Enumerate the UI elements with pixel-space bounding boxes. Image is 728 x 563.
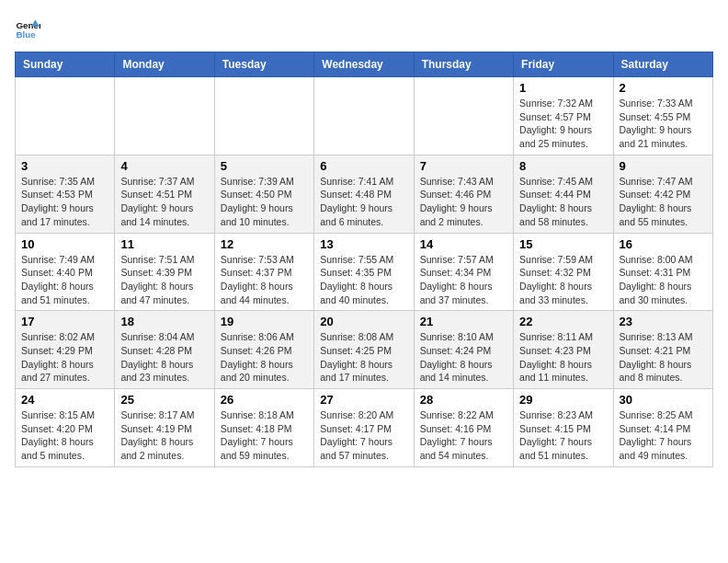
day-info: Sunrise: 7:57 AM Sunset: 4:34 PM Dayligh…	[420, 253, 507, 307]
day-info: Sunrise: 8:23 AM Sunset: 4:15 PM Dayligh…	[519, 408, 607, 463]
day-info: Sunrise: 7:35 AM Sunset: 4:53 PM Dayligh…	[21, 175, 108, 229]
calendar-cell: 23Sunrise: 8:13 AM Sunset: 4:21 PM Dayli…	[613, 311, 712, 389]
day-number: 27	[320, 393, 407, 407]
day-number: 22	[519, 315, 607, 328]
day-info: Sunrise: 7:32 AM Sunset: 4:57 PM Dayligh…	[519, 97, 607, 151]
calendar-cell: 30Sunrise: 8:25 AM Sunset: 4:14 PM Dayli…	[613, 389, 712, 467]
calendar-cell: 16Sunrise: 8:00 AM Sunset: 4:31 PM Dayli…	[613, 233, 712, 311]
calendar-week-4: 17Sunrise: 8:02 AM Sunset: 4:29 PM Dayli…	[16, 311, 713, 389]
calendar-cell: 5Sunrise: 7:39 AM Sunset: 4:50 PM Daylig…	[214, 155, 313, 233]
calendar-cell: 27Sunrise: 8:20 AM Sunset: 4:17 PM Dayli…	[314, 389, 414, 467]
day-info: Sunrise: 7:55 AM Sunset: 4:35 PM Dayligh…	[320, 253, 407, 307]
day-number: 13	[320, 237, 407, 251]
day-number: 24	[21, 393, 108, 407]
calendar-cell: 1Sunrise: 7:32 AM Sunset: 4:57 PM Daylig…	[514, 77, 613, 155]
calendar-cell	[414, 77, 513, 155]
day-info: Sunrise: 7:45 AM Sunset: 4:44 PM Dayligh…	[519, 175, 607, 229]
calendar-cell: 6Sunrise: 7:41 AM Sunset: 4:48 PM Daylig…	[314, 155, 414, 233]
day-number: 3	[21, 159, 108, 173]
day-number: 20	[320, 315, 407, 328]
day-info: Sunrise: 7:49 AM Sunset: 4:40 PM Dayligh…	[21, 253, 108, 307]
day-info: Sunrise: 7:47 AM Sunset: 4:42 PM Dayligh…	[620, 175, 707, 229]
logo-icon: General Blue	[15, 15, 40, 40]
day-number: 10	[21, 237, 108, 251]
day-info: Sunrise: 8:17 AM Sunset: 4:19 PM Dayligh…	[120, 408, 208, 463]
calendar-week-1: 1Sunrise: 7:32 AM Sunset: 4:57 PM Daylig…	[16, 77, 713, 155]
calendar-cell	[115, 77, 214, 155]
day-number: 16	[620, 237, 707, 251]
day-info: Sunrise: 7:53 AM Sunset: 4:37 PM Dayligh…	[221, 253, 308, 307]
day-info: Sunrise: 8:02 AM Sunset: 4:29 PM Dayligh…	[21, 330, 108, 385]
calendar-week-3: 10Sunrise: 7:49 AM Sunset: 4:40 PM Dayli…	[16, 233, 713, 311]
day-number: 14	[420, 237, 507, 251]
day-info: Sunrise: 7:39 AM Sunset: 4:50 PM Dayligh…	[221, 175, 308, 229]
day-info: Sunrise: 8:11 AM Sunset: 4:23 PM Dayligh…	[519, 330, 607, 385]
calendar-cell	[16, 77, 115, 155]
svg-text:Blue: Blue	[16, 29, 36, 40]
calendar-cell	[214, 77, 313, 155]
day-info: Sunrise: 8:22 AM Sunset: 4:16 PM Dayligh…	[420, 408, 507, 463]
day-number: 30	[620, 393, 707, 407]
calendar-cell: 3Sunrise: 7:35 AM Sunset: 4:53 PM Daylig…	[16, 155, 115, 233]
calendar-table: SundayMondayTuesdayWednesdayThursdayFrid…	[15, 52, 713, 467]
calendar-cell: 14Sunrise: 7:57 AM Sunset: 4:34 PM Dayli…	[414, 233, 513, 311]
day-number: 15	[519, 237, 607, 251]
day-number: 5	[221, 159, 308, 173]
calendar-cell: 2Sunrise: 7:33 AM Sunset: 4:55 PM Daylig…	[613, 77, 712, 155]
calendar-header-row: SundayMondayTuesdayWednesdayThursdayFrid…	[16, 52, 713, 77]
day-number: 12	[221, 237, 308, 251]
calendar-cell: 15Sunrise: 7:59 AM Sunset: 4:32 PM Dayli…	[514, 233, 613, 311]
weekday-header-sunday: Sunday	[16, 52, 115, 77]
calendar-week-5: 24Sunrise: 8:15 AM Sunset: 4:20 PM Dayli…	[16, 389, 713, 467]
day-number: 18	[120, 315, 208, 328]
day-number: 6	[320, 159, 407, 173]
day-number: 19	[221, 315, 308, 328]
calendar-cell: 22Sunrise: 8:11 AM Sunset: 4:23 PM Dayli…	[514, 311, 613, 389]
day-number: 28	[420, 393, 507, 407]
day-info: Sunrise: 8:08 AM Sunset: 4:25 PM Dayligh…	[320, 330, 407, 385]
weekday-header-wednesday: Wednesday	[314, 52, 414, 77]
calendar-cell: 25Sunrise: 8:17 AM Sunset: 4:19 PM Dayli…	[115, 389, 214, 467]
day-number: 17	[21, 315, 108, 328]
calendar-cell: 11Sunrise: 7:51 AM Sunset: 4:39 PM Dayli…	[115, 233, 214, 311]
day-info: Sunrise: 8:15 AM Sunset: 4:20 PM Dayligh…	[21, 408, 108, 463]
day-info: Sunrise: 7:37 AM Sunset: 4:51 PM Dayligh…	[120, 175, 208, 229]
day-info: Sunrise: 7:59 AM Sunset: 4:32 PM Dayligh…	[519, 253, 607, 307]
day-number: 1	[519, 81, 607, 95]
day-number: 29	[519, 393, 607, 407]
calendar-cell: 9Sunrise: 7:47 AM Sunset: 4:42 PM Daylig…	[613, 155, 712, 233]
day-number: 7	[420, 159, 507, 173]
page-header: General Blue	[15, 15, 713, 40]
calendar-week-2: 3Sunrise: 7:35 AM Sunset: 4:53 PM Daylig…	[16, 155, 713, 233]
calendar-cell: 26Sunrise: 8:18 AM Sunset: 4:18 PM Dayli…	[214, 389, 313, 467]
weekday-header-saturday: Saturday	[613, 52, 712, 77]
calendar-cell: 21Sunrise: 8:10 AM Sunset: 4:24 PM Dayli…	[414, 311, 513, 389]
calendar-cell: 18Sunrise: 8:04 AM Sunset: 4:28 PM Dayli…	[115, 311, 214, 389]
day-info: Sunrise: 7:43 AM Sunset: 4:46 PM Dayligh…	[420, 175, 507, 229]
logo: General Blue	[15, 15, 44, 40]
calendar-cell: 12Sunrise: 7:53 AM Sunset: 4:37 PM Dayli…	[214, 233, 313, 311]
day-number: 9	[620, 159, 707, 173]
day-number: 23	[620, 315, 707, 328]
day-info: Sunrise: 8:04 AM Sunset: 4:28 PM Dayligh…	[120, 330, 208, 385]
weekday-header-tuesday: Tuesday	[214, 52, 313, 77]
day-info: Sunrise: 7:33 AM Sunset: 4:55 PM Dayligh…	[620, 97, 707, 151]
calendar-cell: 10Sunrise: 7:49 AM Sunset: 4:40 PM Dayli…	[16, 233, 115, 311]
day-info: Sunrise: 8:00 AM Sunset: 4:31 PM Dayligh…	[620, 253, 707, 307]
day-info: Sunrise: 8:18 AM Sunset: 4:18 PM Dayligh…	[221, 408, 308, 463]
calendar-cell: 24Sunrise: 8:15 AM Sunset: 4:20 PM Dayli…	[16, 389, 115, 467]
weekday-header-monday: Monday	[115, 52, 214, 77]
day-info: Sunrise: 7:51 AM Sunset: 4:39 PM Dayligh…	[120, 253, 208, 307]
calendar-cell	[314, 77, 414, 155]
calendar-cell: 4Sunrise: 7:37 AM Sunset: 4:51 PM Daylig…	[115, 155, 214, 233]
day-number: 8	[519, 159, 607, 173]
day-info: Sunrise: 8:10 AM Sunset: 4:24 PM Dayligh…	[420, 330, 507, 385]
calendar-cell: 13Sunrise: 7:55 AM Sunset: 4:35 PM Dayli…	[314, 233, 414, 311]
day-info: Sunrise: 8:13 AM Sunset: 4:21 PM Dayligh…	[620, 330, 707, 385]
day-info: Sunrise: 8:25 AM Sunset: 4:14 PM Dayligh…	[620, 408, 707, 463]
day-number: 21	[420, 315, 507, 328]
day-number: 25	[120, 393, 208, 407]
day-info: Sunrise: 8:20 AM Sunset: 4:17 PM Dayligh…	[320, 408, 407, 463]
calendar-cell: 8Sunrise: 7:45 AM Sunset: 4:44 PM Daylig…	[514, 155, 613, 233]
day-info: Sunrise: 7:41 AM Sunset: 4:48 PM Dayligh…	[320, 175, 407, 229]
